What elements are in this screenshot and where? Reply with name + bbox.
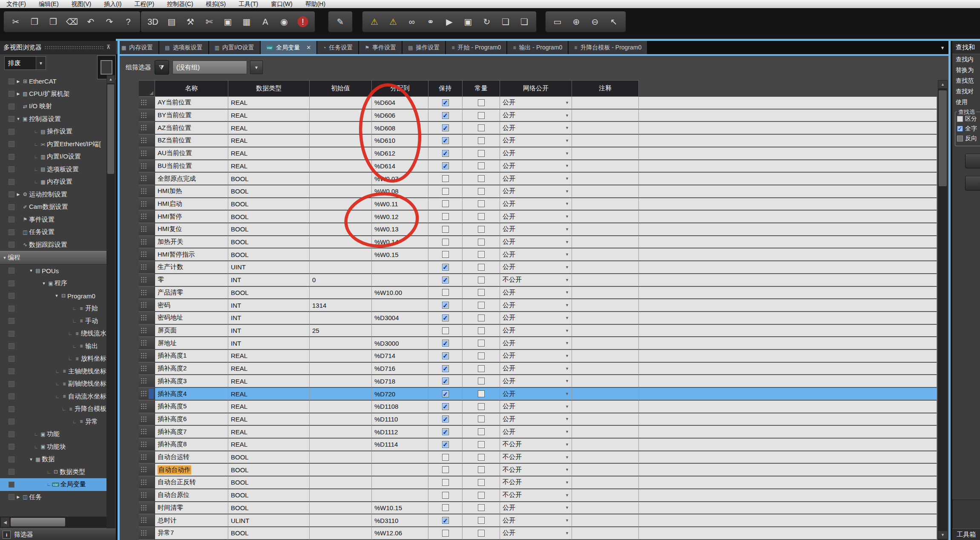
cell-retain[interactable]: ✓: [428, 97, 463, 110]
constant-checkbox[interactable]: [478, 213, 485, 220]
find-field-查找内[interactable]: 查找内: [952, 54, 980, 65]
cell-network-publish[interactable]: 公开▼: [500, 261, 572, 274]
cell-retain[interactable]: ✓: [428, 122, 463, 135]
cell-at-address[interactable]: %W0.15: [372, 248, 428, 261]
row-handle[interactable]: [139, 350, 155, 363]
cell-data-type[interactable]: REAL: [228, 426, 310, 439]
sidebar-item-内置I/O设置[interactable]: ∟▥内置I/O设置: [0, 150, 106, 163]
retain-checkbox[interactable]: [442, 226, 449, 233]
tab-全局变量[interactable]: var全局变量✕: [261, 41, 316, 54]
cell-initial-value[interactable]: [310, 211, 372, 223]
replace-button[interactable]: [965, 176, 980, 191]
cell-retain[interactable]: ✓: [428, 261, 463, 274]
constant-checkbox[interactable]: [478, 466, 485, 473]
cell-name[interactable]: 自动台运转: [155, 451, 228, 464]
row-handle[interactable]: [139, 502, 155, 515]
cell-constant[interactable]: [463, 236, 500, 249]
constant-checkbox[interactable]: [478, 416, 485, 422]
menu-item-P[interactable]: 工程(P): [128, 0, 161, 8]
column-header-保持[interactable]: 保持: [428, 80, 463, 97]
row-handle[interactable]: [139, 527, 155, 540]
retain-checkbox[interactable]: [442, 466, 449, 473]
cell-at-address[interactable]: [372, 299, 428, 312]
cell-initial-value[interactable]: [310, 185, 372, 198]
transfer-to-icon[interactable]: ❏: [497, 14, 514, 30]
cell-retain[interactable]: [428, 185, 463, 198]
retain-checkbox[interactable]: ✓: [442, 162, 449, 169]
cell-initial-value[interactable]: [310, 173, 372, 185]
cell-data-type[interactable]: BOOL: [228, 287, 310, 300]
cell-at-address[interactable]: %D604: [372, 97, 428, 110]
cell-comment[interactable]: [572, 388, 639, 401]
constant-checkbox[interactable]: [478, 390, 485, 397]
chevron-down-icon[interactable]: ▼: [565, 303, 569, 307]
cell-retain[interactable]: ✓: [428, 350, 463, 363]
cell-initial-value[interactable]: [310, 198, 372, 211]
cell-constant[interactable]: [463, 502, 500, 515]
table-icon[interactable]: ▦: [238, 14, 255, 30]
monitor-glasses-icon[interactable]: ∞: [403, 14, 420, 30]
row-handle[interactable]: [139, 439, 155, 451]
row-handle[interactable]: [139, 287, 155, 300]
cell-constant[interactable]: [463, 223, 500, 236]
cell-name[interactable]: BY当前位置: [155, 110, 228, 122]
tab-内存设置[interactable]: ▦内存设置: [116, 41, 158, 54]
group-filter-combo[interactable]: (没有组): [172, 61, 247, 74]
retain-checkbox[interactable]: ✓: [442, 315, 449, 321]
cell-network-publish[interactable]: 公开▼: [500, 337, 572, 350]
sidebar-item-升降台模板[interactable]: ∟≡升降台模板: [0, 403, 106, 416]
find-option-全字[interactable]: ✓全字: [957, 124, 980, 133]
table-scroll-thumb[interactable]: [939, 90, 947, 186]
chevron-down-icon[interactable]: ▼: [565, 430, 569, 434]
find-next-button[interactable]: [965, 154, 980, 168]
table-row[interactable]: 插补高度1REAL%D714✓公开▼: [139, 350, 937, 363]
tab-选项板设置[interactable]: ▤选项板设置: [159, 41, 208, 54]
chevron-down-icon[interactable]: ▼: [565, 113, 569, 118]
retain-checkbox[interactable]: ✓: [442, 150, 449, 157]
cell-initial-value[interactable]: [310, 287, 372, 300]
cell-at-address[interactable]: %D718: [372, 375, 428, 388]
constant-checkbox[interactable]: [478, 340, 485, 347]
cell-comment[interactable]: [572, 299, 639, 312]
row-handle[interactable]: [139, 160, 155, 173]
cell-retain[interactable]: ✓: [428, 514, 463, 527]
constant-checkbox[interactable]: [478, 454, 485, 461]
cell-initial-value[interactable]: [310, 261, 372, 274]
chevron-down-icon[interactable]: ▼: [565, 278, 569, 282]
row-handle[interactable]: [139, 337, 155, 350]
retain-checkbox[interactable]: ✓: [442, 441, 449, 448]
cell-name[interactable]: HMI复位: [155, 223, 228, 236]
cell-constant[interactable]: [463, 337, 500, 350]
scroll-down-icon[interactable]: ▼: [938, 531, 947, 539]
constant-checkbox[interactable]: [478, 150, 485, 157]
cell-name[interactable]: 密码地址: [155, 312, 228, 325]
cell-at-address[interactable]: %D720: [372, 388, 428, 401]
cell-constant[interactable]: [463, 185, 500, 198]
row-handle[interactable]: [139, 135, 155, 147]
cell-at-address[interactable]: %D3110: [372, 514, 428, 527]
cell-retain[interactable]: ✓: [428, 439, 463, 451]
chevron-down-icon[interactable]: ▼: [565, 329, 569, 333]
table-row[interactable]: 插补高度3REAL%D718✓公开▼: [139, 375, 937, 388]
cell-constant[interactable]: [463, 350, 500, 363]
cell-initial-value[interactable]: [310, 337, 372, 350]
table-row[interactable]: 全部原点完成BOOL%W0.07公开▼: [139, 173, 937, 185]
constant-checkbox[interactable]: [478, 530, 485, 537]
tree-expand-icon[interactable]: ▶: [15, 92, 21, 96]
scroll-up-icon[interactable]: ▲: [938, 81, 947, 88]
tree-expand-icon[interactable]: ▶: [15, 495, 21, 499]
table-row[interactable]: HMI加热BOOL%W0.08公开▼: [139, 185, 937, 198]
cell-constant[interactable]: [463, 135, 500, 147]
retain-checkbox[interactable]: [442, 213, 449, 220]
cell-at-address[interactable]: %D3004: [372, 312, 428, 325]
cell-initial-value[interactable]: [310, 426, 372, 439]
cell-comment[interactable]: [572, 413, 639, 426]
cell-at-address[interactable]: [372, 274, 428, 287]
retain-checkbox[interactable]: [442, 327, 449, 334]
column-header-常量[interactable]: 常量: [463, 80, 500, 97]
table-row[interactable]: 自动台原位BOOL不公开▼: [139, 489, 937, 502]
cell-initial-value[interactable]: 1314: [310, 299, 372, 312]
cell-retain[interactable]: ✓: [428, 312, 463, 325]
close-icon[interactable]: ✕: [306, 44, 311, 51]
cell-at-address[interactable]: %D716: [372, 363, 428, 375]
